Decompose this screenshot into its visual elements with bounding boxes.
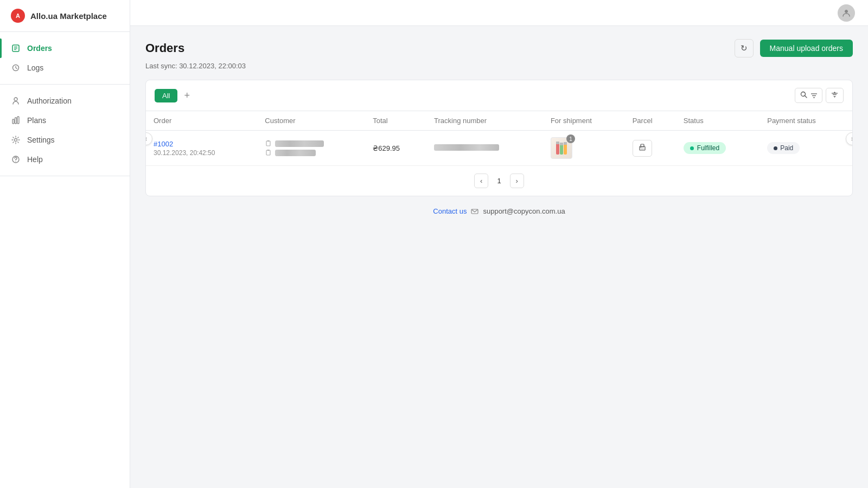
help-icon — [11, 155, 21, 164]
table-header-row: Order Customer Total Tracking number For… — [146, 111, 852, 131]
page-title: Orders — [145, 41, 184, 55]
filter-tab-all[interactable]: All — [155, 89, 177, 102]
sidebar-item-help[interactable]: Help — [0, 150, 130, 169]
customer-row-2 — [265, 149, 358, 156]
svg-rect-21 — [267, 140, 270, 142]
plans-icon — [11, 115, 21, 125]
current-page: 1 — [490, 174, 507, 188]
total-cell: ₴629.95 — [365, 131, 426, 166]
manual-upload-button[interactable]: Manual upload orders — [760, 40, 853, 57]
clipboard-icon-2 — [265, 149, 272, 156]
col-shipment: For shipment — [543, 111, 625, 131]
tracking-number-blurred — [434, 144, 499, 151]
filter-right — [795, 88, 844, 103]
header-actions: ↻ Manual upload orders — [735, 39, 853, 57]
customer-cell — [257, 131, 365, 166]
shipment-cell: 1 — [543, 131, 625, 166]
sidebar-item-plans-label: Plans — [27, 116, 46, 125]
sidebar-item-settings-label: Settings — [27, 136, 55, 144]
user-avatar[interactable] — [838, 4, 855, 22]
svg-rect-8 — [15, 118, 17, 124]
sidebar-item-orders[interactable]: Orders — [0, 38, 130, 58]
svg-line-6 — [16, 68, 17, 69]
sidebar-item-plans[interactable]: Plans — [0, 111, 130, 130]
authorization-icon — [11, 96, 21, 106]
product-image — [554, 139, 569, 157]
order-date: 30.12.2023, 20:42:50 — [154, 149, 250, 157]
svg-rect-20 — [266, 141, 270, 146]
order-cell: #1002 30.12.2023, 20:42:50 — [146, 131, 257, 166]
clipboard-icon-1 — [265, 140, 272, 147]
svg-point-12 — [15, 161, 16, 162]
sidebar-item-help-label: Help — [27, 155, 43, 164]
app-name: Allo.ua Marketplace — [30, 11, 107, 21]
topbar — [130, 0, 868, 26]
product-count-badge: 1 — [566, 134, 575, 143]
status-label: Fulfilled — [697, 144, 719, 152]
footer: Contact us support@copycon.com.ua — [145, 196, 853, 226]
sort-button[interactable] — [826, 88, 844, 103]
customer-phone-blurred — [275, 150, 316, 156]
status-cell: Fulfilled — [676, 131, 760, 166]
refresh-button[interactable]: ↻ — [735, 39, 754, 57]
app-logo: A Allo.ua Marketplace — [0, 0, 130, 32]
orders-icon — [11, 43, 21, 53]
col-tracking: Tracking number — [426, 111, 543, 131]
parcel-cell — [625, 131, 676, 166]
sidebar-item-authorization[interactable]: Authorization — [0, 91, 130, 111]
svg-rect-29 — [564, 142, 567, 145]
table-wrapper: ‹ Order Customer Total Tracking number F… — [146, 111, 852, 166]
order-link[interactable]: #1002 — [154, 140, 173, 148]
col-total: Total — [365, 111, 426, 131]
filter-bar: All + — [146, 80, 852, 111]
sidebar-item-orders-label: Orders — [27, 44, 52, 53]
svg-rect-22 — [266, 150, 270, 155]
col-status: Status — [676, 111, 760, 131]
svg-rect-27 — [556, 142, 559, 144]
logo-icon: A — [11, 9, 25, 23]
payment-badge: Paid — [767, 142, 800, 154]
svg-rect-23 — [267, 150, 270, 151]
tracking-cell — [426, 131, 543, 166]
contact-us-link[interactable]: Contact us — [433, 207, 467, 215]
filter-left: All + — [155, 89, 192, 102]
svg-point-33 — [640, 147, 641, 148]
sidebar: A Allo.ua Marketplace Orders — [0, 0, 130, 488]
settings-icon — [11, 135, 21, 145]
logs-icon — [11, 63, 21, 73]
sidebar-item-settings[interactable]: Settings — [0, 130, 130, 150]
status-badge: Fulfilled — [684, 142, 726, 154]
sidebar-item-logs[interactable]: Logs — [0, 58, 130, 78]
table-row: #1002 30.12.2023, 20:42:50 — [146, 131, 852, 166]
printer-icon — [639, 144, 646, 151]
pagination: ‹ 1 › — [146, 166, 852, 196]
svg-rect-9 — [17, 117, 19, 124]
main-content: Orders ↻ Manual upload orders Last sync:… — [130, 0, 868, 488]
page-content: Orders ↻ Manual upload orders Last sync:… — [130, 26, 868, 488]
last-sync-text: Last sync: 30.12.2023, 22:00:03 — [145, 62, 853, 70]
product-thumbnail: 1 — [551, 137, 572, 159]
payment-cell: Paid — [760, 131, 852, 166]
page-header: Orders ↻ Manual upload orders — [145, 39, 853, 57]
sidebar-secondary-section: Authorization Plans Settings — [0, 85, 130, 176]
col-order: Order — [146, 111, 257, 131]
print-button[interactable] — [633, 140, 652, 157]
next-page-button[interactable]: › — [510, 174, 524, 188]
svg-point-10 — [15, 139, 17, 142]
prev-page-button[interactable]: ‹ — [474, 174, 488, 188]
sidebar-item-logs-label: Logs — [27, 63, 43, 72]
status-dot — [690, 146, 694, 150]
col-customer: Customer — [257, 111, 365, 131]
svg-rect-7 — [12, 119, 14, 124]
support-email: support@copycon.com.ua — [483, 207, 565, 215]
col-parcel: Parcel — [625, 111, 676, 131]
search-filter-button[interactable] — [795, 88, 822, 103]
svg-line-14 — [805, 96, 807, 98]
filter-add-button[interactable]: + — [182, 90, 192, 101]
payment-label: Paid — [780, 144, 793, 152]
orders-container: All + — [145, 80, 853, 196]
col-payment: Payment status — [760, 111, 852, 131]
svg-rect-28 — [560, 143, 563, 145]
customer-row-1 — [265, 140, 358, 147]
sidebar-main-section: Orders Logs — [0, 32, 130, 85]
